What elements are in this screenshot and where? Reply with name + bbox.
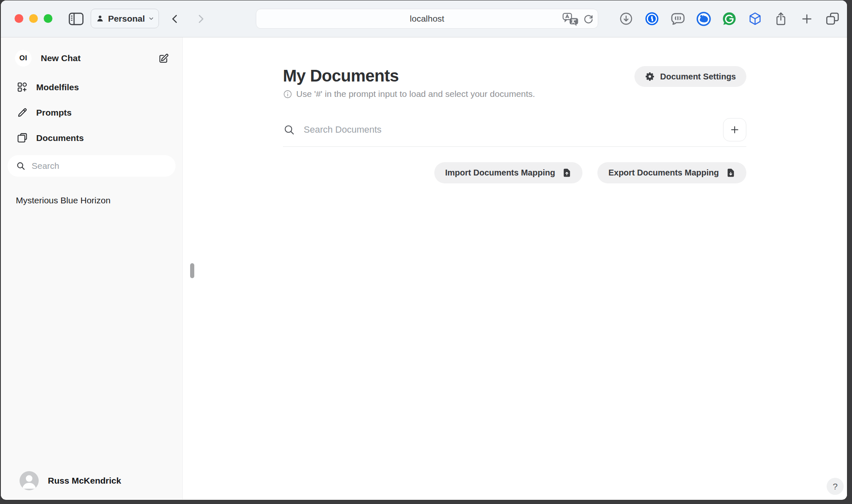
document-upload-icon (562, 168, 572, 178)
sidebar-item-modelfiles[interactable]: Modelfiles (1, 74, 182, 100)
document-settings-button[interactable]: Document Settings (634, 66, 746, 87)
search-icon (283, 124, 295, 136)
sidebar-nav: Modelfiles Prompts (1, 74, 182, 151)
documents-hint: Use '#' in the prompt input to load and … (296, 89, 535, 99)
url-bar[interactable]: localhost (256, 9, 598, 29)
back-icon[interactable] (166, 9, 183, 28)
new-chat-button[interactable]: OI New Chat (7, 48, 176, 69)
plus-icon (729, 124, 741, 136)
chevron-down-icon (149, 16, 154, 21)
url-field[interactable]: localhost (256, 9, 598, 28)
squares-plus-icon (17, 82, 28, 93)
chat-list-item[interactable]: Mysterious Blue Horizon (1, 191, 182, 210)
user-menu-button[interactable]: Russ McKendrick (5, 468, 178, 494)
cube-extension-icon[interactable] (747, 9, 763, 28)
tab-overview-icon[interactable] (824, 9, 841, 28)
sidebar-toggle-icon[interactable] (68, 9, 84, 28)
grammarly-icon[interactable] (721, 9, 738, 28)
sidebar-item-label: Documents (36, 133, 84, 143)
close-window-button[interactable] (15, 14, 23, 23)
browser-window: Personal localhost (1, 0, 847, 500)
chat-list: Mysterious Blue Horizon (1, 191, 182, 210)
sidebar-search[interactable] (7, 155, 176, 177)
forward-icon[interactable] (192, 9, 209, 28)
profile-menu-button[interactable]: Personal (91, 9, 159, 28)
browser-toolbar: Personal localhost (1, 0, 847, 37)
avatar (20, 471, 39, 490)
add-document-button[interactable] (723, 118, 746, 141)
document-download-icon (726, 168, 736, 178)
app-logo: OI (15, 50, 32, 67)
sidebar-item-label: Prompts (36, 108, 72, 118)
minimize-window-button[interactable] (29, 14, 38, 23)
sidebar-item-label: Modelfiles (36, 82, 79, 92)
reload-icon[interactable] (580, 13, 596, 25)
sidebar-search-input[interactable] (32, 161, 167, 171)
pencil-square-icon[interactable] (156, 50, 171, 66)
bear-extension-icon[interactable] (695, 9, 712, 28)
user-name: Russ McKendrick (48, 476, 121, 486)
onepassword-icon[interactable] (644, 9, 660, 28)
person-icon (96, 14, 104, 23)
downloads-icon[interactable] (618, 9, 634, 28)
page-title: My Documents (283, 66, 535, 85)
window-controls (15, 14, 52, 23)
pencil-icon (17, 107, 28, 118)
sidebar-item-prompts[interactable]: Prompts (1, 100, 182, 125)
sidebar-spacer (1, 210, 182, 468)
share-icon[interactable] (773, 9, 789, 28)
info-icon (283, 89, 292, 99)
document-settings-label: Document Settings (660, 72, 736, 82)
import-documents-mapping-button[interactable]: Import Documents Mapping (434, 162, 582, 183)
documents-page: My Documents Use '#' in the prompt input… (183, 37, 847, 499)
search-icon (16, 161, 26, 171)
documents-icon (17, 132, 28, 143)
sidebar-item-documents[interactable]: Documents (1, 125, 182, 151)
toolbar-extensions (618, 9, 841, 28)
speech-extension-icon[interactable] (669, 9, 686, 28)
sidebar-resize-handle[interactable] (190, 263, 194, 278)
gear-icon (645, 72, 655, 82)
zoom-window-button[interactable] (44, 14, 52, 23)
content-divider (283, 146, 746, 147)
translate-icon[interactable] (562, 12, 579, 27)
import-label: Import Documents Mapping (445, 168, 555, 178)
profile-label: Personal (108, 14, 145, 24)
help-button[interactable]: ? (827, 478, 844, 495)
export-documents-mapping-button[interactable]: Export Documents Mapping (597, 162, 746, 183)
app-sidebar: OI New Chat (1, 37, 183, 499)
documents-search-input[interactable] (304, 124, 715, 135)
new-tab-icon[interactable] (798, 9, 815, 28)
new-chat-label: New Chat (41, 53, 81, 63)
export-label: Export Documents Mapping (608, 168, 719, 178)
